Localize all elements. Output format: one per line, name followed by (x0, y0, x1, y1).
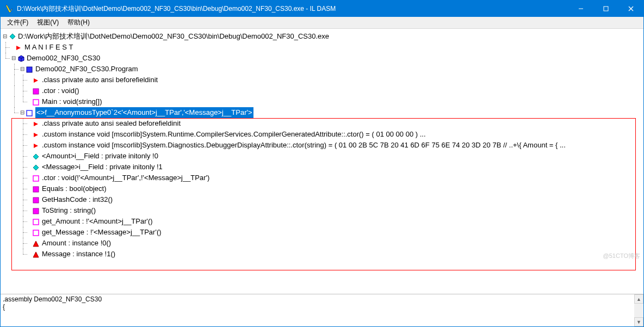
svg-rect-19 (33, 208, 39, 214)
svg-rect-17 (33, 187, 39, 192)
tree-label: Main : void(string[]) (42, 96, 102, 107)
info-icon (33, 76, 40, 84)
tree-member[interactable]: .ctor : void(!'<Amount>j__TPar',!'<Messa… (2, 172, 642, 183)
method-outline-icon (33, 218, 40, 225)
svg-marker-23 (33, 252, 39, 257)
svg-rect-9 (33, 100, 39, 105)
tree-label: Equals : bool(object) (42, 183, 107, 194)
tree-label: .ctor : void() (42, 85, 79, 96)
content-area: ⊟ D:\Work\内部技术培训\DotNetDemo\Demo002_NF30… (1, 29, 643, 326)
tree-label: Message : instance !1() (42, 249, 115, 260)
tree-member[interactable]: Message : instance !1() (2, 249, 642, 260)
tree-label: .custom instance void [mscorlib]System.R… (42, 129, 426, 140)
tree-member[interactable]: .custom instance void [mscorlib]System.D… (2, 140, 642, 151)
method-icon (33, 207, 40, 214)
property-icon (33, 239, 40, 247)
tree-member[interactable]: .class private auto ansi beforefieldinit (2, 75, 642, 85)
tree-label: Demo002_NF30_CS30 (27, 53, 100, 64)
svg-rect-21 (33, 230, 39, 236)
tree-member[interactable]: <Amount>i__Field : private initonly !0 (2, 151, 642, 162)
info-icon (33, 141, 40, 149)
collapse-icon[interactable]: ⊟ (10, 53, 17, 64)
scroll-down-button[interactable]: ▼ (634, 317, 643, 326)
tree-member[interactable]: get_Message : !'<Message>j__TPar'() (2, 227, 642, 238)
method-icon (33, 196, 40, 203)
scroll-track[interactable] (634, 304, 643, 317)
window-controls (568, 1, 643, 17)
method-icon (33, 185, 40, 193)
method-outline-icon (33, 174, 40, 182)
svg-rect-18 (33, 198, 39, 203)
method-outline-icon (33, 229, 40, 236)
tree-class-program[interactable]: ⊟ Demo002_NF30_CS30.Program (2, 64, 642, 75)
tree-label: get_Message : !'<Message>j__TPar'() (42, 227, 162, 238)
window-title: D:\Work\内部技术培训\DotNetDemo\Demo002_NF30_C… (17, 4, 568, 14)
tree-member[interactable]: ToString : string() (2, 205, 642, 216)
collapse-icon[interactable]: ⊟ (19, 64, 26, 75)
tree-class-anon[interactable]: ⊟ <>f__AnonymousType0`2<'<Amount>j__TPar… (2, 107, 642, 118)
tree-label: <Message>i__Field : private initonly !1 (42, 162, 163, 172)
tree-member[interactable]: <Message>i__Field : private initonly !1 (2, 162, 642, 172)
close-button[interactable] (618, 1, 643, 17)
property-icon (33, 250, 40, 258)
svg-rect-20 (33, 219, 39, 225)
manifest-icon (15, 44, 23, 51)
tree-label: get_Amount : !'<Amount>j__TPar'() (42, 216, 153, 227)
collapse-icon[interactable]: ⊟ (2, 31, 8, 42)
info-icon (33, 131, 40, 138)
tree-member[interactable]: .ctor : void() (2, 85, 642, 96)
field-icon (33, 152, 40, 160)
menu-file[interactable]: 文件(F) (3, 17, 33, 28)
tree-member[interactable]: Amount : instance !0() (2, 238, 642, 249)
class-outline-icon (26, 109, 34, 116)
scroll-up-button[interactable]: ▲ (634, 294, 643, 304)
svg-rect-6 (27, 67, 32, 72)
tree-label: GetHashCode : int32() (42, 194, 113, 205)
method-icon (33, 87, 40, 95)
tree-member[interactable]: GetHashCode : int32() (2, 194, 642, 205)
svg-rect-1 (604, 7, 608, 11)
svg-marker-7 (34, 78, 38, 83)
tree-label: .class private auto ansi sealed beforefi… (42, 118, 181, 129)
tree-member[interactable]: .class private auto ansi sealed beforefi… (2, 118, 642, 129)
info-icon (33, 120, 40, 127)
tree-label: M A N I F E S T (24, 42, 73, 53)
tree-namespace[interactable]: ⊟ Demo002_NF30_CS30 (2, 53, 642, 64)
field-icon (33, 163, 40, 171)
titlebar[interactable]: D:\Work\内部技术培训\DotNetDemo\Demo002_NF30_C… (1, 1, 643, 17)
namespace-icon (17, 54, 25, 62)
method-outline-icon (33, 98, 40, 106)
tree-member[interactable]: get_Amount : !'<Amount>j__TPar'() (2, 216, 642, 227)
tree-label: D:\Work\内部技术培训\DotNetDemo\Demo002_NF30_C… (18, 31, 329, 42)
tree-root[interactable]: ⊟ D:\Work\内部技术培训\DotNetDemo\Demo002_NF30… (2, 31, 642, 42)
tree-label-selected: <>f__AnonymousType0`2<'<Amount>j__TPar',… (35, 107, 253, 118)
collapse-icon[interactable]: ⊟ (19, 107, 26, 118)
svg-marker-15 (33, 165, 39, 170)
svg-marker-22 (33, 241, 39, 246)
tree-label: <Amount>i__Field : private initonly !0 (42, 151, 158, 162)
tree-member[interactable]: Equals : bool(object) (2, 183, 642, 194)
svg-marker-14 (33, 154, 39, 159)
app-icon (4, 4, 14, 14)
assembly-icon (9, 33, 16, 40)
tree-label: ToString : string() (42, 205, 96, 216)
tree-member[interactable]: .custom instance void [mscorlib]System.R… (2, 129, 642, 140)
menu-help[interactable]: 帮助(H) (63, 17, 94, 28)
svg-marker-4 (10, 34, 15, 39)
tree-manifest[interactable]: M A N I F E S T (2, 42, 642, 53)
scrollbar-vertical[interactable]: ▲ ▼ (634, 294, 643, 326)
tree-member[interactable]: Main : void(string[]) (2, 96, 642, 107)
menubar: 文件(F) 视图(V) 帮助(H) (1, 17, 643, 29)
minimize-button[interactable] (568, 1, 593, 17)
maximize-button[interactable] (593, 1, 618, 17)
menu-view[interactable]: 视图(V) (33, 17, 63, 28)
svg-rect-10 (27, 110, 32, 116)
svg-rect-8 (33, 89, 39, 94)
tree-view[interactable]: ⊟ D:\Work\内部技术培训\DotNetDemo\Demo002_NF30… (1, 29, 643, 262)
svg-marker-5 (16, 46, 21, 50)
svg-rect-16 (33, 176, 39, 181)
info-pane: .assembly Demo002_NF30_CS30 { ▲ ▼ (1, 294, 643, 326)
svg-marker-12 (34, 133, 38, 137)
tree-label: .class private auto ansi beforefieldinit (42, 75, 158, 85)
info-text[interactable]: .assembly Demo002_NF30_CS30 { (1, 294, 634, 326)
